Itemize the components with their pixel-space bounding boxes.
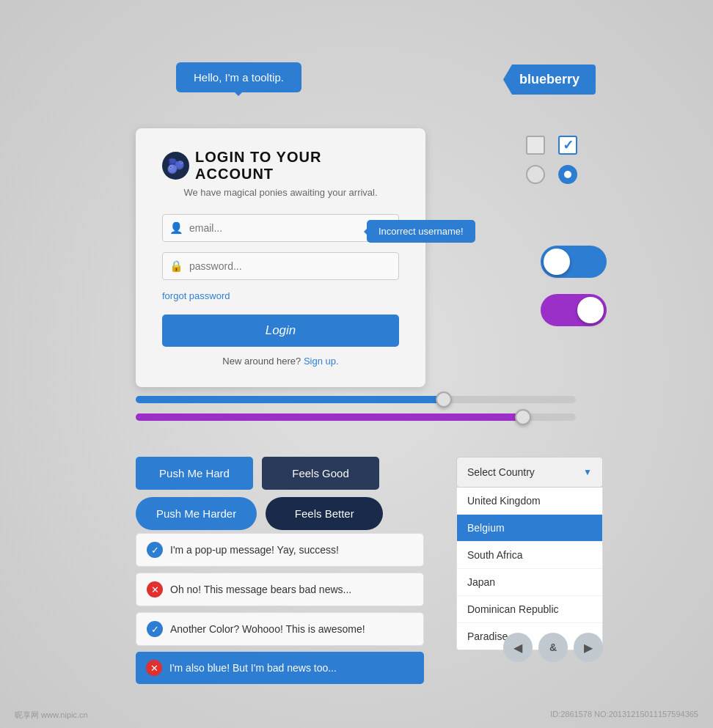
button-row-1: Push Me Hard Feels Good bbox=[136, 457, 383, 490]
dropdown-header[interactable]: Select Country ▼ bbox=[456, 457, 603, 488]
notif-text: I'm a pop-up message! Yay, success! bbox=[170, 544, 339, 556]
radio-checked[interactable] bbox=[558, 165, 577, 184]
buttons-area: Push Me Hard Feels Good Push Me Harder F… bbox=[136, 457, 383, 530]
login-card: 🫐 LOGIN TO YOUR ACCOUNT We have magical … bbox=[136, 128, 425, 387]
push-me-harder-button[interactable]: Push Me Harder bbox=[136, 497, 257, 530]
forgot-password-link[interactable]: forgot password bbox=[162, 290, 399, 301]
checkbox-unchecked[interactable] bbox=[526, 136, 545, 155]
slider-purple-thumb[interactable] bbox=[515, 409, 531, 425]
tooltip-text: Hello, I'm a tooltip. bbox=[194, 71, 284, 84]
dropdown-item[interactable]: South Africa bbox=[457, 542, 602, 569]
error-tooltip-text: Incorrect username! bbox=[379, 226, 464, 237]
push-me-hard-button[interactable]: Push Me Hard bbox=[136, 457, 253, 490]
feels-good-button[interactable]: Feels Good bbox=[262, 457, 379, 490]
dropdown-item[interactable]: Belgium bbox=[457, 515, 602, 542]
notif-x-icon: ✕ bbox=[147, 581, 163, 598]
dropdown-item[interactable]: United Kingdom bbox=[457, 488, 602, 515]
slider-blue-thumb[interactable] bbox=[436, 391, 452, 408]
sliders-area bbox=[136, 396, 576, 421]
slider-blue-track[interactable] bbox=[136, 396, 576, 403]
toggle-blue[interactable] bbox=[541, 246, 607, 278]
radio-unchecked[interactable] bbox=[526, 165, 545, 184]
blueberry-label: blueberry bbox=[519, 72, 579, 87]
dropdown-header-label: Select Country bbox=[467, 466, 535, 478]
slider-blue-fill bbox=[136, 396, 444, 403]
slider-purple-fill bbox=[136, 413, 523, 421]
dropdown-item[interactable]: Japan bbox=[457, 569, 602, 596]
login-button[interactable]: Login bbox=[162, 315, 399, 347]
pagination-prev-button[interactable]: ◀ bbox=[503, 633, 533, 662]
blueberry-avatar-icon: 🫐 bbox=[162, 152, 189, 180]
watermark: 昵享网 www.nipic.cn ID:2861578 NO:201312150… bbox=[0, 710, 713, 721]
new-user-label: New around here? bbox=[222, 356, 301, 367]
notif-check-icon: ✓ bbox=[147, 542, 163, 558]
lock-icon: 🔒 bbox=[169, 260, 183, 273]
dropdown-item[interactable]: Dominican Republic bbox=[457, 596, 602, 623]
feels-better-button[interactable]: Feels Better bbox=[266, 497, 383, 530]
pagination-mid-button[interactable]: & bbox=[538, 633, 568, 662]
dropdown-area: Select Country ▼ United KingdomBelgiumSo… bbox=[456, 457, 603, 650]
login-subtitle: We have magical ponies awaiting your arr… bbox=[162, 187, 399, 198]
notifications-area: ✓I'm a pop-up message! Yay, success!✕Oh … bbox=[136, 533, 424, 684]
login-title: LOGIN TO YOUR ACCOUNT bbox=[195, 149, 399, 183]
error-tooltip: Incorrect username! bbox=[367, 220, 475, 243]
notification-item: ✓Another Color? Wohooo! This is awesome! bbox=[136, 612, 424, 646]
watermark-left: 昵享网 www.nipic.cn bbox=[15, 710, 88, 721]
notif-text: I'm also blue! But I'm bad news too... bbox=[169, 662, 337, 674]
toggle-blue-knob bbox=[544, 249, 570, 275]
login-header: 🫐 LOGIN TO YOUR ACCOUNT bbox=[162, 149, 399, 183]
toggles-area bbox=[541, 246, 607, 326]
dropdown-list: United KingdomBelgiumSouth AfricaJapanDo… bbox=[456, 488, 603, 650]
password-wrapper: 🔒 bbox=[162, 252, 399, 280]
signup-link[interactable]: Sign up. bbox=[304, 356, 339, 367]
password-input[interactable] bbox=[162, 252, 399, 280]
checkbox-checked[interactable] bbox=[558, 136, 577, 155]
tooltip-bubble: Hello, I'm a tooltip. bbox=[176, 62, 301, 92]
slider-purple-track[interactable] bbox=[136, 413, 576, 421]
user-icon: 👤 bbox=[169, 221, 183, 235]
button-row-2: Push Me Harder Feels Better bbox=[136, 497, 383, 530]
notif-x-icon: ✕ bbox=[146, 660, 162, 676]
radio-row bbox=[526, 165, 577, 184]
notif-text: Another Color? Wohooo! This is awesome! bbox=[170, 623, 365, 635]
notif-check-icon: ✓ bbox=[147, 621, 163, 637]
toggle-purple-knob bbox=[577, 297, 604, 323]
notification-item: ✓I'm a pop-up message! Yay, success! bbox=[136, 533, 424, 567]
toggle-purple[interactable] bbox=[541, 294, 607, 326]
pagination-next-button[interactable]: ▶ bbox=[574, 633, 603, 662]
checkbox-radio-area bbox=[526, 136, 577, 184]
notification-item: ✕I'm also blue! But I'm bad news too... bbox=[136, 652, 424, 684]
blueberry-tag: blueberry bbox=[503, 65, 596, 95]
new-user-text: New around here? Sign up. bbox=[162, 356, 399, 367]
pagination-area: ◀ & ▶ bbox=[503, 633, 603, 662]
notif-text: Oh no! This message bears bad news... bbox=[170, 584, 351, 595]
checkbox-row bbox=[526, 136, 577, 155]
notification-item: ✕Oh no! This message bears bad news... bbox=[136, 573, 424, 606]
dropdown-arrow-icon: ▼ bbox=[583, 467, 592, 477]
watermark-right: ID:2861578 NO:20131215011157594365 bbox=[550, 710, 698, 721]
